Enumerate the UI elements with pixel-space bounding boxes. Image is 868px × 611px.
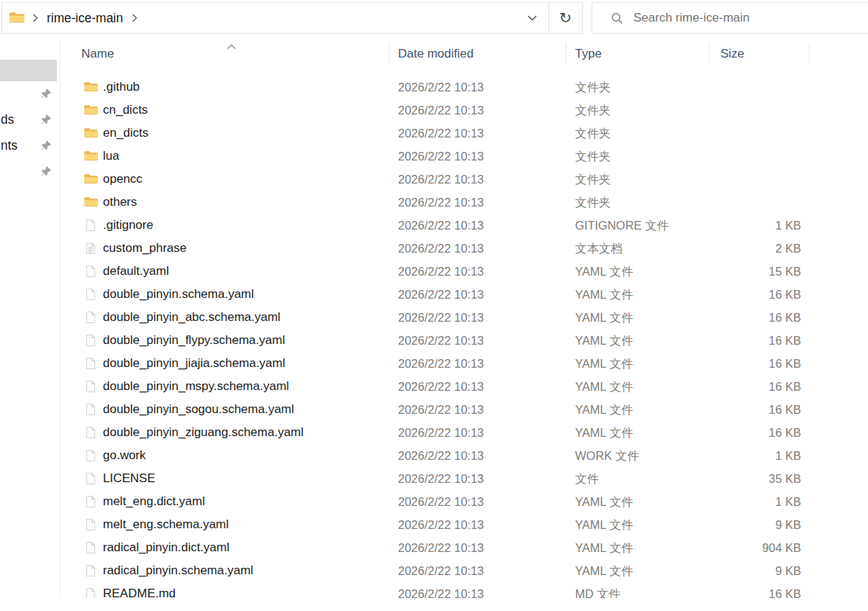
file-date-modified: 2026/2/22 10:13 <box>398 352 484 375</box>
file-row[interactable]: others 2026/2/22 10:13 文件夹 <box>60 191 868 214</box>
file-date-modified: 2026/2/22 10:13 <box>398 99 484 122</box>
file-date-modified: 2026/2/22 10:13 <box>398 513 484 536</box>
file-type: YAML 文件 <box>575 260 633 283</box>
sidebar-item[interactable]: ds <box>0 107 60 132</box>
address-bar[interactable]: rime-ice-main <box>1 2 549 34</box>
file-type: 文件夹 <box>575 76 611 99</box>
file-date-modified: 2026/2/22 10:13 <box>398 283 484 306</box>
file-name: go.work <box>103 444 146 467</box>
sidebar-pinned-list: ds nts <box>0 81 60 184</box>
file-type: 文件 <box>575 467 599 490</box>
file-name: .github <box>103 76 140 99</box>
file-row[interactable]: double_pinyin_jiajia.schema.yaml 2026/2/… <box>60 352 868 375</box>
file-type: YAML 文件 <box>575 513 633 536</box>
sidebar-selected-item[interactable] <box>0 60 57 81</box>
sidebar-item-label: nts <box>1 138 17 153</box>
file-row[interactable]: double_pinyin_sogou.schema.yaml 2026/2/2… <box>60 398 868 421</box>
file-row[interactable]: cn_dicts 2026/2/22 10:13 文件夹 <box>60 99 868 122</box>
file-row[interactable]: double_pinyin_flypy.schema.yaml 2026/2/2… <box>60 329 868 352</box>
column-divider[interactable] <box>709 42 710 65</box>
file-row[interactable]: opencc 2026/2/22 10:13 文件夹 <box>60 168 868 191</box>
file-type: YAML 文件 <box>575 375 633 398</box>
file-date-modified: 2026/2/22 10:13 <box>398 582 484 598</box>
file-name: double_pinyin_flypy.schema.yaml <box>103 329 285 352</box>
sidebar-item[interactable] <box>0 158 60 184</box>
file-size: 1 KB <box>775 444 801 467</box>
file-date-modified: 2026/2/22 10:13 <box>398 375 484 398</box>
breadcrumb-chevron-icon[interactable] <box>132 14 137 22</box>
file-row[interactable]: README.md 2026/2/22 10:13 MD 文件 16 KB <box>60 582 868 598</box>
sidebar-item[interactable]: nts <box>0 132 60 158</box>
file-type: YAML 文件 <box>575 559 633 582</box>
file-row[interactable]: double_pinyin_abc.schema.yaml 2026/2/22 … <box>60 306 868 329</box>
file-name: custom_phrase <box>103 237 186 260</box>
column-header-size[interactable]: Size <box>720 47 744 61</box>
current-folder-icon <box>9 12 24 24</box>
file-icon <box>86 311 96 324</box>
file-size: 16 KB <box>769 329 801 352</box>
file-icon <box>86 357 96 370</box>
refresh-icon: ↻ <box>559 10 572 25</box>
file-type: YAML 文件 <box>575 306 633 329</box>
file-row[interactable]: double_pinyin.schema.yaml 2026/2/22 10:1… <box>60 283 868 306</box>
file-size: 16 KB <box>769 352 801 375</box>
file-icon <box>86 518 96 531</box>
file-size: 16 KB <box>769 283 801 306</box>
file-name: double_pinyin_ziguang.schema.yaml <box>103 421 304 444</box>
file-name: default.yaml <box>103 260 169 283</box>
file-row[interactable]: go.work 2026/2/22 10:13 WORK 文件 1 KB <box>60 444 868 467</box>
file-name: README.md <box>103 582 176 598</box>
file-row[interactable]: double_pinyin_mspy.schema.yaml 2026/2/22… <box>60 375 868 398</box>
file-size: 15 KB <box>769 260 801 283</box>
file-name: others <box>103 191 137 214</box>
file-row[interactable]: custom_phrase 2026/2/22 10:13 文本文档 2 KB <box>60 237 868 260</box>
file-type: 文件夹 <box>575 191 611 214</box>
breadcrumb-chevron-icon[interactable] <box>32 14 38 22</box>
file-type: WORK 文件 <box>575 444 639 467</box>
column-header-type[interactable]: Type <box>575 47 602 61</box>
file-row[interactable]: .github 2026/2/22 10:13 文件夹 <box>60 76 868 99</box>
file-date-modified: 2026/2/22 10:13 <box>398 444 484 467</box>
file-row[interactable]: LICENSE 2026/2/22 10:13 文件 35 KB <box>60 467 868 490</box>
address-dropdown-chevron-icon[interactable] <box>528 15 537 21</box>
search-icon <box>611 12 623 24</box>
file-row[interactable]: double_pinyin_ziguang.schema.yaml 2026/2… <box>60 421 868 444</box>
file-row[interactable]: melt_eng.schema.yaml 2026/2/22 10:13 YAM… <box>60 513 868 536</box>
pin-icon <box>40 88 52 99</box>
column-header-name[interactable]: Name <box>81 47 114 61</box>
file-type: MD 文件 <box>575 582 620 598</box>
column-divider[interactable] <box>809 42 810 65</box>
file-icon <box>86 449 96 462</box>
sidebar-item[interactable] <box>0 81 60 107</box>
text-file-icon <box>86 242 96 255</box>
search-box[interactable]: Search rime-ice-main <box>592 2 868 34</box>
file-row[interactable]: lua 2026/2/22 10:13 文件夹 <box>60 145 868 168</box>
file-date-modified: 2026/2/22 10:13 <box>398 191 484 214</box>
refresh-button[interactable]: ↻ <box>548 2 583 34</box>
column-divider[interactable] <box>566 42 566 65</box>
file-icon <box>86 541 96 554</box>
sort-ascending-icon <box>227 40 236 53</box>
file-date-modified: 2026/2/22 10:13 <box>398 306 484 329</box>
file-row[interactable]: .gitignore 2026/2/22 10:13 GITIGNORE 文件 … <box>60 214 868 237</box>
file-icon <box>86 265 96 278</box>
file-row[interactable]: melt_eng.dict.yaml 2026/2/22 10:13 YAML … <box>60 490 868 513</box>
file-icon <box>86 426 96 439</box>
file-date-modified: 2026/2/22 10:13 <box>398 168 484 191</box>
file-list: .github 2026/2/22 10:13 文件夹 cn_dicts 202… <box>60 76 868 598</box>
file-row[interactable]: en_dicts 2026/2/22 10:13 文件夹 <box>60 122 868 145</box>
file-row[interactable]: radical_pinyin.schema.yaml 2026/2/22 10:… <box>60 559 868 582</box>
file-row[interactable]: default.yaml 2026/2/22 10:13 YAML 文件 15 … <box>60 260 868 283</box>
file-date-modified: 2026/2/22 10:13 <box>398 260 484 283</box>
file-name: radical_pinyin.schema.yaml <box>103 559 253 582</box>
file-icon <box>86 564 96 577</box>
file-name: LICENSE <box>103 467 155 490</box>
file-type: YAML 文件 <box>575 490 633 513</box>
file-name: double_pinyin.schema.yaml <box>103 283 254 306</box>
breadcrumb-segment[interactable]: rime-ice-main <box>47 11 123 26</box>
file-row[interactable]: radical_pinyin.dict.yaml 2026/2/22 10:13… <box>60 536 868 559</box>
file-date-modified: 2026/2/22 10:13 <box>398 214 484 237</box>
column-header-date-modified[interactable]: Date modified <box>398 47 474 61</box>
file-type: YAML 文件 <box>575 283 633 306</box>
column-divider[interactable] <box>389 42 389 65</box>
